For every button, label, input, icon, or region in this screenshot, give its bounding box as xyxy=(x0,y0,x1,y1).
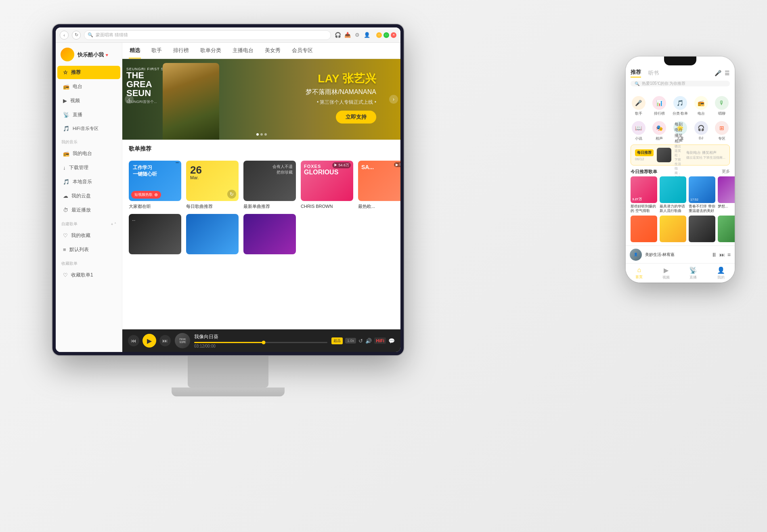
phone-card-6[interactable] xyxy=(660,216,686,243)
banner-person-image xyxy=(163,63,219,140)
hero-banner[interactable]: SEUNGRI FIRST SOLO THEGREASEUN SEUNGRI首张… xyxy=(122,59,400,140)
phone-tab-recommend[interactable]: 推荐 xyxy=(631,69,641,77)
phone-mic-icon[interactable]: 🎤 xyxy=(715,70,721,76)
radio-phi-icon: 📻 xyxy=(694,96,708,110)
progress-dot xyxy=(262,341,265,344)
add-playlist-icon[interactable]: + ˄ xyxy=(111,222,116,226)
pbn-home[interactable]: ⌂ 首页 xyxy=(635,266,643,280)
pbn-live[interactable]: 📡 直播 xyxy=(689,266,697,280)
tab-artist[interactable]: 歌手 xyxy=(151,43,163,59)
phone-card-1[interactable]: 3.27万 那些好听到爆的的 空气情歌 xyxy=(631,176,657,213)
phone-search[interactable]: 🔍 热爱105℃的你 为你推荐 xyxy=(631,81,730,86)
maximize-button[interactable]: □ xyxy=(384,32,389,38)
sidebar-item-hifi[interactable]: 🎵 HiFi音乐专区 xyxy=(57,122,120,135)
user-icon[interactable]: 👤 xyxy=(363,31,371,39)
phone-icon-artist[interactable]: 🎤 歌手 xyxy=(631,96,647,116)
pnp-list-button[interactable]: ≡ xyxy=(727,251,731,258)
banner-dot-1[interactable] xyxy=(256,133,259,136)
close-button[interactable]: ✕ xyxy=(391,32,396,38)
next-button[interactable]: ⏭ xyxy=(159,335,171,346)
playlist-card-2[interactable]: 26 Mar. ↻ 每日歌曲推荐 xyxy=(186,161,239,209)
play-pause-button[interactable]: ▶ xyxy=(143,334,156,348)
phone-icon-dj[interactable]: 🎧 DJ xyxy=(693,121,709,141)
tab-featured[interactable]: 精选 xyxy=(129,43,141,59)
minimize-button[interactable]: ─ xyxy=(376,32,382,38)
sing-label: 唱聊 xyxy=(718,111,725,116)
sidebar-label-recent: 最近播放 xyxy=(71,207,91,214)
phone-card-5[interactable] xyxy=(631,216,657,243)
phone-more-button[interactable]: 更多 xyxy=(722,169,730,175)
banner-prev-button[interactable]: ‹ xyxy=(125,95,134,104)
sidebar-item-my-radio[interactable]: 📻 我的电台 xyxy=(57,147,120,160)
pbn-profile[interactable]: 👤 我的 xyxy=(717,266,725,280)
sidebar-item-collected1[interactable]: ♡ 收藏歌单1 xyxy=(57,268,120,282)
phone-icon-radio[interactable]: 📻 电台 xyxy=(693,96,709,116)
sidebar-item-download[interactable]: ↓ 下载管理 xyxy=(57,161,120,174)
phone-icon-crosstalk[interactable]: 🎭 相声 xyxy=(651,121,667,141)
phone-menu-icon[interactable]: ☰ xyxy=(725,70,730,76)
phone-icon-charts[interactable]: 📊 排行榜 xyxy=(651,96,667,116)
banner-next-button[interactable]: › xyxy=(389,95,398,104)
pc-cover-8 xyxy=(718,216,735,242)
pbn-video[interactable]: ▶ 视频 xyxy=(662,266,670,280)
comment-icon[interactable]: 💬 xyxy=(388,338,395,344)
refresh-button[interactable]: ↻ xyxy=(72,31,81,40)
phone-tab-audiobook[interactable]: 听书 xyxy=(648,69,659,77)
playlist-card-1[interactable]: 工作学习一键随心听 短视频热歌 ⊕ xyxy=(129,161,181,209)
progress-bar[interactable] xyxy=(194,342,327,343)
sidebar-item-local[interactable]: 🎵 本地音乐 xyxy=(57,175,120,189)
volume-icon[interactable]: 🔊 xyxy=(365,338,372,344)
sidebar-item-recent[interactable]: ⏱ 最近播放 xyxy=(57,203,120,217)
tab-beauty[interactable]: 美女秀 xyxy=(264,43,281,59)
prev-button[interactable]: ⏮ xyxy=(128,335,139,346)
banner-dot-3[interactable] xyxy=(264,133,267,136)
phone-icon-novel[interactable]: 📖 小说 xyxy=(631,121,647,141)
sidebar-item-cloud[interactable]: ☁ 我的云盘 xyxy=(57,189,120,203)
sidebar-label-radio: 电台 xyxy=(73,83,82,90)
download-icon[interactable]: 📥 xyxy=(344,31,351,39)
phone-frame: 推荐 听书 🎤 ☰ 🔍 热爱105℃的你 为你推荐 SONGSPOPULAR xyxy=(626,57,735,283)
playlist-card-3[interactable]: 会有人不遗把你珍藏 最新单曲推荐 xyxy=(243,161,296,209)
playlist-card-4[interactable]: FOXES GLORIOUS ▶ 54.6万 CHRIS BROWN xyxy=(301,161,353,209)
phone-card-7[interactable] xyxy=(689,216,715,243)
main-content: 精选 歌手 排行榜 歌单分类 主播电台 美女秀 会员专区 xyxy=(122,43,400,352)
phone-daily-recommend[interactable]: 每日推荐 06/12 每刻电台 播笑相声 德云逗笑社：下班生活指南，每天 青春笑… xyxy=(631,145,730,165)
pnp-pause-button[interactable]: ⏸ xyxy=(711,251,717,258)
pc-title-3: 青春不打烊 带你 重温逝去的美好 xyxy=(689,204,715,213)
phone-today-section: 今日推荐歌单 更多 xyxy=(626,167,735,176)
tab-categories[interactable]: 歌单分类 xyxy=(199,43,222,59)
tab-vip[interactable]: 会员专区 xyxy=(291,43,314,59)
playlist-card-7[interactable] xyxy=(186,214,239,257)
sidebar-item-live[interactable]: 📡 直播 xyxy=(57,108,120,121)
pnp-info: 美妙生活-林宥嘉 xyxy=(645,252,708,258)
card-cover-6: ... xyxy=(129,214,181,254)
search-bar[interactable]: 🔍 蒙面唱将 猜猜猜 xyxy=(84,30,331,40)
sidebar-item-default-list[interactable]: ≡ 默认列表 xyxy=(57,243,120,256)
pnp-next-button[interactable]: ⏭ xyxy=(719,251,725,258)
pc-cover-6 xyxy=(660,216,686,242)
headphones-icon[interactable]: 🎧 xyxy=(334,31,342,39)
settings-icon[interactable]: ⚙ xyxy=(354,31,361,39)
banner-support-button[interactable]: 立即支持 xyxy=(336,111,376,124)
sidebar-item-favorites[interactable]: ♡ 我的收藏 xyxy=(57,229,120,242)
tab-anchor[interactable]: 主播电台 xyxy=(232,43,254,59)
banner-dot-2[interactable] xyxy=(260,133,263,136)
sidebar-item-radio[interactable]: 📻 电台 xyxy=(57,80,120,93)
sidebar-item-recommend[interactable]: ☆ 推荐 xyxy=(57,66,120,79)
phone-icon-sing[interactable]: 🎙 唱聊 xyxy=(714,96,730,116)
sidebar-item-video[interactable]: ▶ 视频 xyxy=(57,94,120,107)
tab-charts[interactable]: 排行榜 xyxy=(172,43,190,59)
phone-card-4[interactable]: 梦想... xyxy=(718,176,735,213)
phone-card-3[interactable]: 17:52 青春不打烊 带你 重温逝去的美好 xyxy=(689,176,715,213)
phone-card-2[interactable]: 最具潜力的华语 新人流行歌曲 xyxy=(660,176,686,213)
playlist-card-8[interactable] xyxy=(243,214,296,257)
playlist-card-6[interactable]: ... xyxy=(129,214,181,257)
live-icon: 📡 xyxy=(63,112,69,118)
back-button[interactable]: ‹ xyxy=(60,31,69,40)
loop-icon[interactable]: ↺ xyxy=(358,338,363,344)
playlist-card-5[interactable]: SA... ▶ 54.0 最热欧... xyxy=(358,161,400,209)
phone-icon-zone[interactable]: ⊞ 专区 xyxy=(714,121,730,141)
phone-icon-playlist[interactable]: 🎵 分类·歌单 xyxy=(672,96,688,116)
phone-card-8[interactable] xyxy=(718,216,735,243)
user-profile[interactable]: 快乐酷小我 ♥ xyxy=(56,43,122,65)
